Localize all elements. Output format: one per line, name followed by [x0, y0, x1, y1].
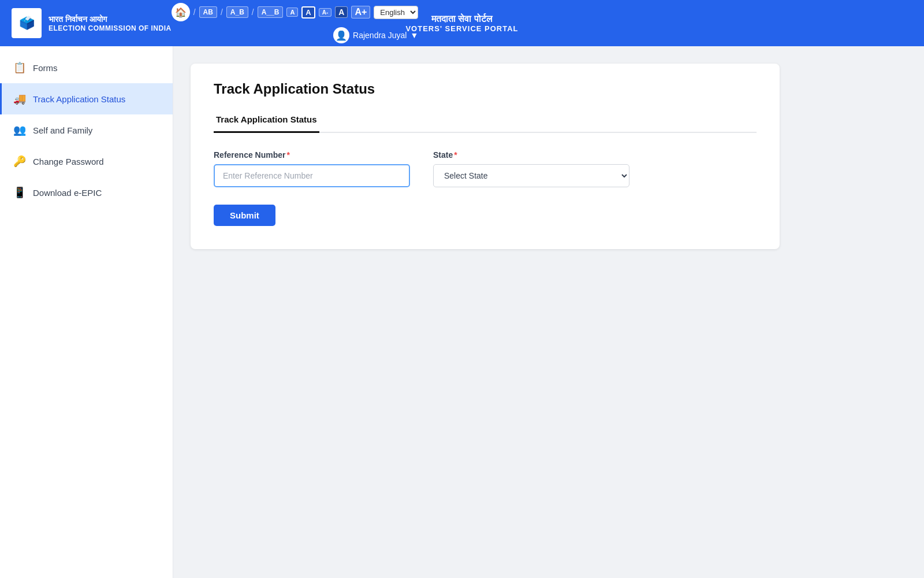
home-button[interactable]: 🏠: [172, 3, 190, 21]
sidebar-item-track[interactable]: 🚚 Track Application Status: [0, 83, 173, 114]
reference-number-group: Reference Number*: [214, 150, 410, 187]
org-hindi: भारत निर्वाचन आयोग: [49, 14, 172, 24]
sidebar-item-family[interactable]: 👥 Self and Family: [0, 114, 173, 146]
state-label: State*: [433, 150, 629, 160]
reference-required-star: *: [287, 150, 290, 160]
header-right-wrapper: 🏠 / AB / A_B / A__B A A A- A A+ English …: [172, 3, 419, 43]
header-top-row: 🏠 / AB / A_B / A__B A A A- A A+ English …: [172, 3, 419, 21]
font-size-medium-button[interactable]: A: [301, 6, 315, 18]
track-icon: 🚚: [13, 92, 26, 105]
separator-1: /: [193, 8, 196, 17]
forms-icon: 📋: [13, 61, 26, 74]
font-style-a--b-button[interactable]: A__B: [258, 6, 284, 18]
separator-3: /: [252, 8, 254, 17]
portal-hindi: मतदाता सेवा पोर्टल: [405, 14, 518, 24]
form-row: Reference Number* State* Select State An…: [214, 150, 757, 187]
user-name: Rajendra Juyal: [353, 31, 407, 40]
sidebar-item-family-label: Self and Family: [33, 125, 92, 135]
state-select[interactable]: Select State Andhra Pradesh Arunachal Pr…: [433, 164, 629, 187]
font-size-largest-button[interactable]: A+: [351, 6, 370, 18]
eci-logo-icon: 🗳️: [12, 8, 42, 38]
epic-icon: 📱: [13, 186, 26, 199]
org-english: ELECTION COMMISSION OF INDIA: [49, 24, 172, 32]
tab-track-application-status[interactable]: Track Application Status: [214, 110, 319, 133]
state-group: State* Select State Andhra Pradesh Aruna…: [433, 150, 629, 187]
font-size-large-button[interactable]: A: [335, 6, 348, 18]
font-style-ab-button[interactable]: AB: [199, 6, 217, 18]
sidebar-item-password[interactable]: 🔑 Change Password: [0, 146, 173, 177]
sidebar: 📋 Forms 🚚 Track Application Status 👥 Sel…: [0, 46, 173, 578]
sidebar-item-track-label: Track Application Status: [33, 94, 125, 104]
font-style-a-b-button[interactable]: A_B: [226, 6, 248, 18]
password-icon: 🔑: [13, 155, 26, 168]
user-avatar-icon: 👤: [333, 27, 349, 43]
sidebar-item-epic[interactable]: 📱 Download e-EPIC: [0, 177, 173, 208]
portal-english: VOTERS' SERVICE PORTAL: [405, 24, 518, 33]
track-status-card: Track Application Status Track Applicati…: [191, 64, 780, 249]
separator-2: /: [221, 8, 223, 17]
header: 🗳️ भारत निर्वाचन आयोग ELECTION COMMISSIO…: [0, 0, 924, 46]
sidebar-item-forms-label: Forms: [33, 63, 58, 73]
main-content: Track Application Status Track Applicati…: [173, 46, 924, 578]
header-org: भारत निर्वाचन आयोग ELECTION COMMISSION O…: [49, 14, 172, 32]
sidebar-item-password-label: Change Password: [33, 157, 104, 166]
submit-button[interactable]: Submit: [214, 205, 275, 226]
state-required-star: *: [454, 150, 457, 160]
reference-number-input[interactable]: [214, 164, 410, 187]
layout: 📋 Forms 🚚 Track Application Status 👥 Sel…: [0, 46, 924, 578]
family-icon: 👥: [13, 124, 26, 136]
header-center: मतदाता सेवा पोर्टल VOTERS' SERVICE PORTA…: [405, 14, 518, 33]
sidebar-item-epic-label: Download e-EPIC: [33, 188, 102, 198]
font-size-normal-button[interactable]: A: [286, 8, 298, 17]
sidebar-item-forms[interactable]: 📋 Forms: [0, 52, 173, 83]
page-title: Track Application Status: [214, 81, 757, 97]
font-size-small-minus-button[interactable]: A-: [319, 8, 332, 17]
header-logo: 🗳️ भारत निर्वाचन आयोग ELECTION COMMISSIO…: [12, 8, 172, 38]
tab-bar: Track Application Status: [214, 109, 757, 133]
reference-number-label: Reference Number*: [214, 150, 410, 160]
